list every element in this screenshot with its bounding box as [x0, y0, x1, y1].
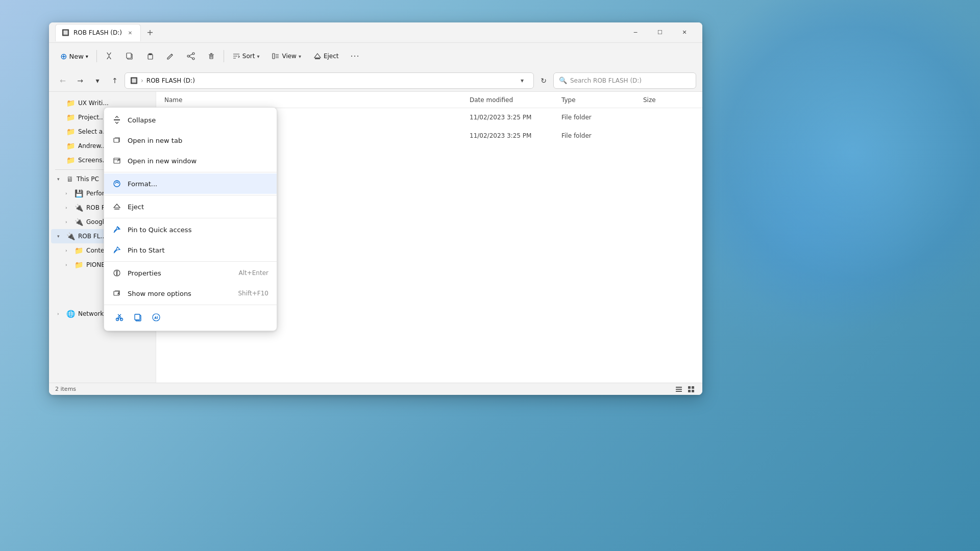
- new-tab-button[interactable]: +: [143, 26, 157, 40]
- svg-rect-40: [116, 272, 117, 276]
- ctx-ai-button[interactable]: [148, 309, 164, 325]
- refresh-button[interactable]: ↻: [536, 73, 551, 88]
- file-list-header: Name Date modified Type Size: [156, 92, 702, 108]
- up-button[interactable]: ↑: [107, 73, 122, 88]
- ctx-separator-2: [104, 195, 277, 195]
- ctx-separator-5: [104, 305, 277, 305]
- col-header-date[interactable]: Date modified: [470, 96, 561, 104]
- expand-icon: ›: [65, 248, 71, 253]
- ctx-item-open-new-window[interactable]: Open in new window: [104, 151, 277, 171]
- ctx-item-eject[interactable]: Eject: [104, 196, 277, 217]
- more-options-button[interactable]: ···: [346, 47, 364, 65]
- rename-button[interactable]: [161, 47, 180, 65]
- svg-marker-22: [314, 54, 321, 58]
- ctx-separator-3: [104, 218, 277, 218]
- col-header-type[interactable]: Type: [561, 96, 643, 104]
- search-icon: 🔍: [559, 77, 567, 84]
- new-button[interactable]: ⊕ New ▾: [55, 47, 93, 65]
- search-box[interactable]: 🔍 Search ROB FLASH (D:): [553, 72, 696, 89]
- sort-dropdown-icon: ▾: [257, 54, 259, 59]
- sort-button[interactable]: Sort ▾: [227, 47, 265, 65]
- new-plus-icon: ⊕: [60, 52, 67, 61]
- ctx-item-pin-start[interactable]: Pin to Start: [104, 240, 277, 260]
- expand-icon: ▾: [57, 234, 63, 239]
- active-tab[interactable]: 🔲 ROB FLASH (D:) ✕: [55, 24, 141, 41]
- minimize-button[interactable]: ─: [624, 24, 647, 41]
- sidebar-item-network-label: Network: [78, 310, 104, 317]
- ctx-copy-button[interactable]: [130, 309, 146, 325]
- svg-line-9: [189, 57, 192, 58]
- close-button[interactable]: ✕: [673, 24, 696, 41]
- copy-button[interactable]: [120, 47, 139, 65]
- ctx-item-open-new-tab[interactable]: Open in new tab: [104, 130, 277, 151]
- eject-button[interactable]: Eject: [308, 47, 344, 65]
- refresh-icon: ↻: [541, 77, 547, 85]
- new-dropdown-icon: ▾: [86, 54, 88, 59]
- ctx-item-label: Show more options: [128, 290, 191, 297]
- folder-icon: 📁: [75, 246, 83, 255]
- back-icon: ←: [60, 77, 66, 85]
- tab-close-button[interactable]: ✕: [126, 29, 134, 37]
- folder-special2-icon: 📁: [66, 128, 75, 136]
- svg-rect-2: [148, 55, 153, 59]
- ctx-cut-icon: [115, 313, 124, 322]
- folder-icon: 📁: [75, 261, 83, 269]
- expand-icon: ›: [65, 191, 71, 196]
- sidebar-item-label: This PC: [77, 176, 99, 183]
- grid-view-button[interactable]: [686, 385, 696, 394]
- ctx-item-label: Open in new tab: [128, 137, 182, 144]
- usb-drive-icon: 🔌: [75, 204, 83, 212]
- ctx-item-properties[interactable]: Properties Alt+Enter: [104, 263, 277, 283]
- back-button[interactable]: ←: [55, 73, 70, 88]
- ctx-item-format[interactable]: Format...: [104, 173, 277, 194]
- svg-rect-23: [315, 58, 320, 59]
- share-button[interactable]: [182, 47, 200, 65]
- collapse-icon: [112, 115, 121, 124]
- window-controls: ─ ☐ ✕: [624, 24, 696, 41]
- ctx-item-label: Properties: [128, 269, 161, 277]
- ctx-cut-button[interactable]: [111, 309, 128, 325]
- toolbar-divider-1: [96, 50, 97, 62]
- svg-point-6: [192, 58, 194, 60]
- eject-icon: [313, 52, 322, 60]
- properties-icon: [112, 268, 121, 278]
- col-header-name[interactable]: Name: [164, 96, 470, 104]
- address-separator: ›: [141, 77, 143, 84]
- svg-rect-1: [127, 53, 131, 58]
- status-view-icons: [674, 385, 696, 394]
- paste-button[interactable]: [141, 47, 159, 65]
- svg-rect-18: [273, 54, 275, 59]
- svg-line-8: [189, 54, 192, 56]
- view-dropdown-icon: ▾: [299, 54, 301, 59]
- cut-button[interactable]: [100, 47, 118, 65]
- view-icon: [272, 52, 280, 60]
- list-view-button[interactable]: [674, 385, 684, 394]
- svg-point-7: [187, 55, 189, 57]
- title-bar: 🔲 ROB FLASH (D:) ✕ + ─ ☐ ✕: [49, 22, 702, 43]
- rename-icon: [166, 52, 175, 60]
- ctx-item-label: Format...: [128, 180, 157, 188]
- tab-drive-icon: 🔲: [62, 29, 69, 36]
- forward-button[interactable]: →: [72, 73, 88, 88]
- ctx-item-label: Collapse: [128, 116, 156, 124]
- drive-icon: 💾: [75, 189, 83, 197]
- ctx-item-pin-quick-access[interactable]: Pin to Quick access: [104, 219, 277, 240]
- ctx-item-collapse[interactable]: Collapse: [104, 110, 277, 130]
- maximize-button[interactable]: ☐: [648, 24, 672, 41]
- svg-rect-29: [688, 390, 691, 392]
- expand-icon: ›: [65, 219, 71, 224]
- ctx-item-label: Pin to Start: [128, 246, 164, 254]
- address-dropdown-button[interactable]: ▾: [516, 74, 528, 87]
- svg-rect-30: [692, 390, 694, 392]
- ctx-item-show-more[interactable]: Show more options Shift+F10: [104, 283, 277, 304]
- ctx-item-label: Open in new window: [128, 157, 197, 165]
- ctx-shortcut-more: Shift+F10: [238, 290, 268, 297]
- address-drive-icon: 🔲: [130, 77, 138, 84]
- network-icon: 🌐: [66, 310, 75, 318]
- address-bar[interactable]: 🔲 › ROB FLASH (D:) ▾: [125, 72, 534, 89]
- col-header-size[interactable]: Size: [643, 96, 694, 104]
- recent-locations-button[interactable]: ▾: [90, 73, 105, 88]
- view-button[interactable]: View ▾: [266, 47, 306, 65]
- delete-button[interactable]: [202, 47, 220, 65]
- format-icon: [112, 179, 121, 188]
